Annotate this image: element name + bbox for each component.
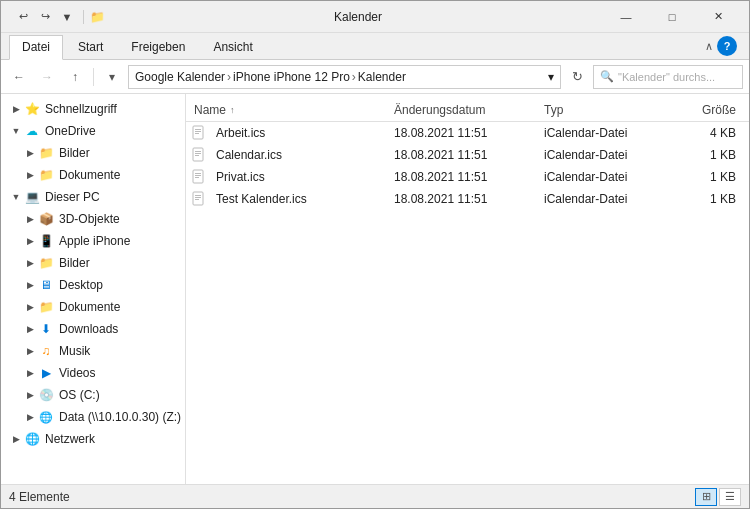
maximize-button[interactable]: □	[649, 1, 695, 33]
sidebar-label-dieser-pc: Dieser PC	[45, 190, 185, 204]
videos-icon: ▶	[37, 364, 55, 382]
chevron-desktop: ▶	[23, 278, 37, 292]
sidebar-item-bilder-pc[interactable]: ▶ 📁 Bilder	[1, 252, 185, 274]
file-size-privat: 1 KB	[660, 170, 740, 184]
folder-bilder-pc-icon: 📁	[37, 254, 55, 272]
file-size-test-kalender: 1 KB	[660, 192, 740, 206]
path-kalender: Kalender	[358, 70, 406, 84]
sidebar-label-desktop: Desktop	[59, 278, 185, 292]
chevron-bilder-pc: ▶	[23, 256, 37, 270]
window-controls: — □ ✕	[603, 1, 741, 33]
address-path[interactable]: Google Kalender › iPhone iPhone 12 Pro ›…	[128, 65, 561, 89]
qa-dropdown[interactable]: ▼	[57, 7, 77, 27]
forward-button[interactable]: →	[35, 65, 59, 89]
col-header-date[interactable]: Änderungsdatum	[390, 98, 540, 121]
chevron-dokumente-od: ▶	[23, 168, 37, 182]
col-header-name[interactable]: Name ↑	[190, 98, 390, 121]
sidebar-label-bilder-pc: Bilder	[59, 256, 185, 270]
tab-start[interactable]: Start	[65, 35, 116, 59]
sidebar-item-dokumente-od[interactable]: ▶ 📁 Dokumente	[1, 164, 185, 186]
history-dropdown[interactable]: ▾	[100, 65, 124, 89]
sidebar-item-os-c[interactable]: ▶ 💿 OS (C:)	[1, 384, 185, 406]
svg-rect-1	[195, 129, 201, 130]
sidebar-item-onedrive[interactable]: ▼ ☁ OneDrive	[1, 120, 185, 142]
qa-forward[interactable]: ↪	[35, 7, 55, 27]
sidebar-label-musik: Musik	[59, 344, 185, 358]
ribbon-tabs: Datei Start Freigeben Ansicht	[5, 33, 270, 59]
quick-access-toolbar: ↩ ↪ ▼ 📁	[9, 5, 113, 29]
up-button[interactable]: ↑	[63, 65, 87, 89]
svg-rect-6	[195, 153, 201, 154]
back-button[interactable]: ←	[7, 65, 31, 89]
sidebar: ▶ ⭐ Schnellzugriff ▼ ☁ OneDrive ▶ 📁 Bild…	[1, 94, 186, 484]
sidebar-label-apple-iphone: Apple iPhone	[59, 234, 185, 248]
sidebar-item-schnellzugriff[interactable]: ▶ ⭐ Schnellzugriff	[1, 98, 185, 120]
sidebar-item-dieser-pc[interactable]: ▼ 💻 Dieser PC	[1, 186, 185, 208]
sidebar-item-apple-iphone[interactable]: ▶ 📱 Apple iPhone	[1, 230, 185, 252]
file-list: Name ↑ Änderungsdatum Typ Größe	[186, 94, 749, 484]
file-row-test-kalender[interactable]: Test Kalender.ics 18.08.2021 11:51 iCale…	[186, 188, 749, 210]
file-list-header: Name ↑ Änderungsdatum Typ Größe	[186, 98, 749, 122]
col-header-size[interactable]: Größe	[660, 98, 740, 121]
minimize-button[interactable]: —	[603, 1, 649, 33]
sidebar-item-netzwerk[interactable]: ▶ 🌐 Netzwerk	[1, 428, 185, 450]
file-type-privat: iCalendar-Datei	[540, 170, 660, 184]
folder-3d-icon: 📦	[37, 210, 55, 228]
sidebar-item-desktop[interactable]: ▶ 🖥 Desktop	[1, 274, 185, 296]
refresh-button[interactable]: ↻	[565, 65, 589, 89]
chevron-musik: ▶	[23, 344, 37, 358]
svg-rect-13	[195, 195, 201, 196]
file-type-calendar: iCalendar-Datei	[540, 148, 660, 162]
sidebar-label-onedrive: OneDrive	[45, 124, 185, 138]
sidebar-label-downloads: Downloads	[59, 322, 185, 336]
downloads-icon: ⬇	[37, 320, 55, 338]
chevron-downloads: ▶	[23, 322, 37, 336]
chevron-dieser-pc: ▼	[9, 190, 23, 204]
svg-rect-15	[195, 199, 199, 200]
view-list-button[interactable]: ☰	[719, 488, 741, 506]
sidebar-label-dokumente-pc: Dokumente	[59, 300, 185, 314]
qa-back[interactable]: ↩	[13, 7, 33, 27]
iphone-icon: 📱	[37, 232, 55, 250]
file-size-calendar: 1 KB	[660, 148, 740, 162]
sidebar-label-dokumente-od: Dokumente	[59, 168, 185, 182]
help-button[interactable]: ?	[717, 36, 737, 56]
tab-datei[interactable]: Datei	[9, 35, 63, 60]
chevron-bilder-od: ▶	[23, 146, 37, 160]
sidebar-item-3dobjekte[interactable]: ▶ 📦 3D-Objekte	[1, 208, 185, 230]
network-drive-icon: 🌐	[37, 408, 55, 426]
file-icon-privat	[190, 168, 208, 186]
file-row-calendar[interactable]: Calendar.ics 18.08.2021 11:51 iCalendar-…	[186, 144, 749, 166]
sidebar-item-dokumente-pc[interactable]: ▶ 📁 Dokumente	[1, 296, 185, 318]
tab-ansicht[interactable]: Ansicht	[200, 35, 265, 59]
sidebar-item-downloads[interactable]: ▶ ⬇ Downloads	[1, 318, 185, 340]
file-name-privat: Privat.ics	[212, 170, 269, 184]
sidebar-item-data-z[interactable]: ▶ 🌐 Data (\\10.10.0.30) (Z:)	[1, 406, 185, 428]
file-date-test-kalender: 18.08.2021 11:51	[390, 192, 540, 206]
search-placeholder: "Kalender" durchs...	[618, 71, 715, 83]
svg-rect-8	[193, 170, 203, 183]
file-icon-test-kalender	[190, 190, 208, 208]
file-date-arbeit: 18.08.2021 11:51	[390, 126, 540, 140]
close-button[interactable]: ✕	[695, 1, 741, 33]
ribbon-collapse[interactable]: ∧	[705, 40, 713, 53]
ribbon: Datei Start Freigeben Ansicht ∧ ?	[1, 33, 749, 60]
file-size-arbeit: 4 KB	[660, 126, 740, 140]
svg-rect-11	[195, 177, 199, 178]
musik-icon: ♫	[37, 342, 55, 360]
tab-freigeben[interactable]: Freigeben	[118, 35, 198, 59]
col-header-type[interactable]: Typ	[540, 98, 660, 121]
file-row-privat[interactable]: Privat.ics 18.08.2021 11:51 iCalendar-Da…	[186, 166, 749, 188]
file-type-arbeit: iCalendar-Datei	[540, 126, 660, 140]
view-grid-button[interactable]: ⊞	[695, 488, 717, 506]
sidebar-item-bilder-od[interactable]: ▶ 📁 Bilder	[1, 142, 185, 164]
status-bar: 4 Elemente ⊞ ☰	[1, 484, 749, 508]
sidebar-label-bilder-od: Bilder	[59, 146, 185, 160]
folder-icon: 📁	[90, 10, 105, 24]
search-box[interactable]: 🔍 "Kalender" durchs...	[593, 65, 743, 89]
sidebar-item-musik[interactable]: ▶ ♫ Musik	[1, 340, 185, 362]
sidebar-label-os-c: OS (C:)	[59, 388, 185, 402]
chevron-data-z: ▶	[23, 410, 37, 424]
sidebar-item-videos[interactable]: ▶ ▶ Videos	[1, 362, 185, 384]
file-row-arbeit[interactable]: Arbeit.ics 18.08.2021 11:51 iCalendar-Da…	[186, 122, 749, 144]
